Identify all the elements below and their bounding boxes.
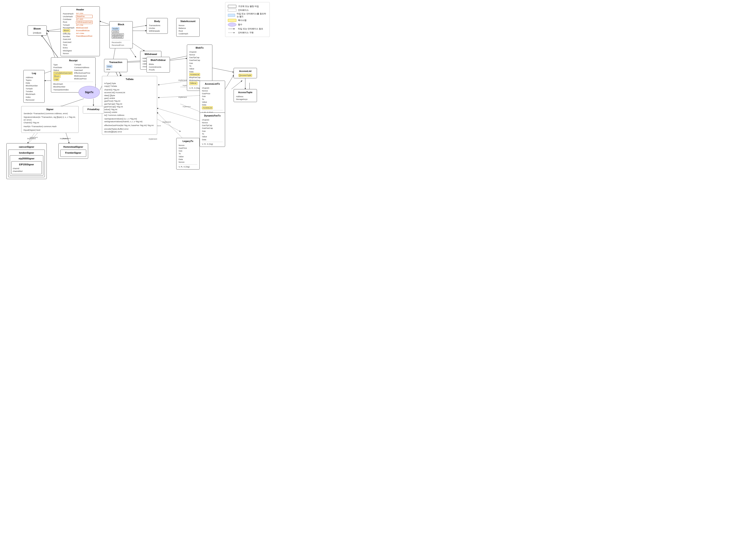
blob-tx-sidcar-title: BlobTxSidcar xyxy=(149,58,168,62)
svg-line-28 xyxy=(157,113,187,142)
london-signer-title: londonSigner xyxy=(10,151,43,155)
access-list-tx-node: AccessListTx ChainID Nonce GasPrice Gas … xyxy=(200,81,225,115)
access-tuple-node: AccessTuple Address StorageKeys xyxy=(233,89,257,102)
log-node: Log Address Topics Data BlockNumber TxHa… xyxy=(23,70,45,103)
block-header-badge: header xyxy=(112,27,119,30)
implement-label-accesslisttx: Implement xyxy=(178,96,187,98)
legend-arrow-thin-label: 타입 또는 인터페이스 참조 xyxy=(238,28,263,30)
legend-yellow-icon xyxy=(228,19,236,22)
legend-blue-label: 타입 또는 인터페이스를 참조하는 필드 xyxy=(237,12,267,18)
legend-row-solid: 구조체 또는 별칭 타입 xyxy=(228,5,267,8)
legend-yellow-label: 특이사항 xyxy=(238,19,247,22)
bloom-node: Bloom [256]byte xyxy=(28,26,47,36)
withdrawal-title: Withdrawal xyxy=(142,52,159,56)
eip2930-signer-title: eip2930Signer xyxy=(11,157,42,160)
svg-line-27 xyxy=(157,108,200,121)
block-transactions-field: transactions xyxy=(112,33,131,36)
body-withdrawals: Withdrawals xyxy=(149,29,165,32)
receipt-title: Receipt xyxy=(53,59,93,62)
implement-label-blobtx: Implement xyxy=(178,79,187,81)
legend-row-blue: 타입 또는 인터페이스를 참조하는 필드 xyxy=(228,12,267,18)
eip2930-signer-node: eip2930Signer EIP155Signer chainId chain… xyxy=(10,155,43,176)
private-key-node: PrivateKey xyxy=(83,106,104,114)
legacy-tx-title: LegacyTx xyxy=(178,139,197,143)
svg-line-42 xyxy=(133,26,146,28)
svg-line-29 xyxy=(212,68,233,72)
legend-solid-label: 구조체 또는 별칭 타입 xyxy=(238,5,259,8)
sign-tx-label: SignTx xyxy=(85,91,93,94)
block-extra-fields: ReceivedAtReceivedFrom xyxy=(112,40,131,47)
cancun-signer-node: cancunSigner londonSigner eip2930Signer … xyxy=(6,143,47,179)
header-node: Header ParentHash UncleHash Coinbase Roo… xyxy=(60,6,100,56)
body-node: Body Transactions Uncles Withdrawals xyxy=(146,18,168,34)
block-header-field: header xyxy=(112,27,131,30)
legend-row-ellipse: 함수 xyxy=(228,23,267,27)
private-key-title: PrivateKey xyxy=(85,108,102,111)
legend-dashed-icon xyxy=(228,9,236,12)
block-withdrawals-badge: withdrawals xyxy=(112,36,123,39)
svg-line-18 xyxy=(231,81,242,89)
legend-implement-icon xyxy=(228,31,236,34)
block-uncles-badge: uncles xyxy=(112,30,119,33)
legend-blue-icon xyxy=(228,14,235,17)
implement-label-homesteadsigner: Implement xyxy=(60,138,68,140)
implement-label-legacytx: Implement xyxy=(149,138,157,140)
frontier-signer-node: FrontierSigner xyxy=(60,150,86,157)
block-uncles-field: uncles xyxy=(112,30,131,33)
header-title: Header xyxy=(63,8,97,11)
txdata-title: TxData xyxy=(104,78,155,81)
body-uncles: Uncles xyxy=(149,27,165,29)
access-list-tx-title: AccessListTx xyxy=(202,82,223,86)
svg-text:Implement: Implement xyxy=(183,106,191,108)
block-transactions-badge: transactions xyxy=(112,33,124,36)
log-title: Log xyxy=(26,71,42,75)
dynamic-fee-tx-title: DynamicFeeTx xyxy=(202,114,223,118)
signer-node: Signer Sender(tx *Transaction) (common.A… xyxy=(21,106,79,133)
legend-dashed-label: 인터페이스 xyxy=(238,9,249,12)
legend-row-arrow-thin: 타입 또는 인터페이스 참조 xyxy=(228,27,267,30)
body-transactions: Transactions xyxy=(149,24,165,27)
state-account-title: StateAccount xyxy=(178,20,197,23)
svg-line-38 xyxy=(41,35,59,59)
implement-label-cancunsigner: Implement xyxy=(27,138,36,140)
legend-ellipse-label: 함수 xyxy=(238,23,242,26)
sign-tx-node: SignTx xyxy=(79,86,100,99)
access-list-title: AccessList xyxy=(236,69,255,73)
legend-row-implement: 인터페이스 구현 xyxy=(228,31,267,34)
header-fields-right: EIP-1559 BaseFee EIP-4895 WithdrawalsHas… xyxy=(76,12,92,55)
homestead-signer-title: HomesteadSigner xyxy=(60,145,86,149)
svg-line-40 xyxy=(170,58,187,60)
legend-implement-label: 인터페이스 구현 xyxy=(238,31,254,34)
access-tuple-title: AccessTuple xyxy=(236,91,255,94)
access-list-node: AccessList []AccessTuple xyxy=(233,68,257,78)
legacy-tx-node: LegacyTx Nonce GasPrice Gas To Value Dat… xyxy=(176,138,200,170)
legend-arrow-thin-icon xyxy=(228,27,236,30)
homestead-signer-node: HomesteadSigner FrontierSigner xyxy=(58,143,88,159)
header-fields-left: ParentHash UncleHash Coinbase Root TxHas… xyxy=(63,12,74,55)
svg-line-12 xyxy=(180,104,202,113)
legend-box: 구조체 또는 별칭 타입 인터페이스 타입 또는 인터페이스를 참조하는 필드 … xyxy=(225,2,270,37)
blob-tx-title: BlobTx xyxy=(189,46,210,50)
eip155-signer-node: EIP155Signer chainId chainIdMul xyxy=(11,161,42,174)
svg-line-30 xyxy=(225,75,233,89)
svg-line-4 xyxy=(47,29,63,31)
block-withdrawals-field: withdrawals xyxy=(112,36,131,39)
signer-title: Signer xyxy=(24,108,76,111)
transaction-node: Transaction inner time xyxy=(104,59,128,72)
implement-label-dynamicfeetx: Implement xyxy=(163,121,171,123)
body-title: Body xyxy=(149,20,165,23)
txdata-node: TxData txType() byte copy() TxData chain… xyxy=(102,76,157,135)
cancun-signer-title: cancunSigner xyxy=(8,145,45,149)
legend-ellipse-icon xyxy=(228,23,236,27)
svg-line-35 xyxy=(100,21,109,24)
legend-row-yellow: 특이사항 xyxy=(228,19,267,22)
legend-solid-icon xyxy=(228,5,236,8)
blob-tx-sidcar-node: BlobTxSidcar Blobs Commitments Proofs xyxy=(146,57,170,72)
eip155-signer-title: EIP155Signer xyxy=(13,163,40,166)
transaction-title: Transaction xyxy=(106,60,125,64)
svg-line-33 xyxy=(60,99,84,107)
bloom-subtitle: [256]byte xyxy=(30,31,45,34)
header-bloom-badge: Bloom xyxy=(63,29,70,32)
state-account-node: StateAccount Nonce Balance Root CodeHash xyxy=(176,18,200,37)
bloom-title: Bloom xyxy=(30,27,45,31)
